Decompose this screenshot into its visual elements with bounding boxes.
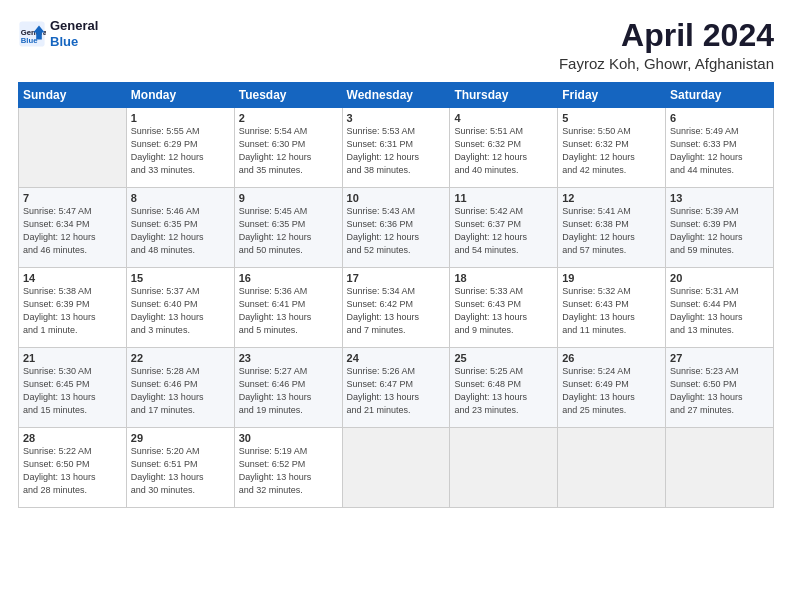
day-number: 29	[131, 432, 230, 444]
week-row-3: 14Sunrise: 5:38 AM Sunset: 6:39 PM Dayli…	[19, 268, 774, 348]
cell-4-6: 26Sunrise: 5:24 AM Sunset: 6:49 PM Dayli…	[558, 348, 666, 428]
cell-1-2: 1Sunrise: 5:55 AM Sunset: 6:29 PM Daylig…	[126, 108, 234, 188]
cell-info: Sunrise: 5:20 AM Sunset: 6:51 PM Dayligh…	[131, 445, 230, 497]
day-number: 13	[670, 192, 769, 204]
cell-1-4: 3Sunrise: 5:53 AM Sunset: 6:31 PM Daylig…	[342, 108, 450, 188]
cell-info: Sunrise: 5:22 AM Sunset: 6:50 PM Dayligh…	[23, 445, 122, 497]
cell-5-4	[342, 428, 450, 508]
day-number: 27	[670, 352, 769, 364]
cell-4-1: 21Sunrise: 5:30 AM Sunset: 6:45 PM Dayli…	[19, 348, 127, 428]
main-title: April 2024	[559, 18, 774, 53]
day-number: 2	[239, 112, 338, 124]
col-tuesday: Tuesday	[234, 83, 342, 108]
cell-4-2: 22Sunrise: 5:28 AM Sunset: 6:46 PM Dayli…	[126, 348, 234, 428]
day-number: 9	[239, 192, 338, 204]
cell-1-1	[19, 108, 127, 188]
svg-text:Blue: Blue	[21, 36, 38, 45]
cell-info: Sunrise: 5:51 AM Sunset: 6:32 PM Dayligh…	[454, 125, 553, 177]
cell-3-7: 20Sunrise: 5:31 AM Sunset: 6:44 PM Dayli…	[666, 268, 774, 348]
day-number: 25	[454, 352, 553, 364]
cell-info: Sunrise: 5:24 AM Sunset: 6:49 PM Dayligh…	[562, 365, 661, 417]
day-number: 26	[562, 352, 661, 364]
cell-3-4: 17Sunrise: 5:34 AM Sunset: 6:42 PM Dayli…	[342, 268, 450, 348]
header: General Blue General Blue April 2024 Fay…	[18, 18, 774, 72]
cell-info: Sunrise: 5:28 AM Sunset: 6:46 PM Dayligh…	[131, 365, 230, 417]
header-row: Sunday Monday Tuesday Wednesday Thursday…	[19, 83, 774, 108]
cell-info: Sunrise: 5:55 AM Sunset: 6:29 PM Dayligh…	[131, 125, 230, 177]
cell-4-4: 24Sunrise: 5:26 AM Sunset: 6:47 PM Dayli…	[342, 348, 450, 428]
cell-info: Sunrise: 5:33 AM Sunset: 6:43 PM Dayligh…	[454, 285, 553, 337]
cell-info: Sunrise: 5:31 AM Sunset: 6:44 PM Dayligh…	[670, 285, 769, 337]
cell-info: Sunrise: 5:38 AM Sunset: 6:39 PM Dayligh…	[23, 285, 122, 337]
cell-3-1: 14Sunrise: 5:38 AM Sunset: 6:39 PM Dayli…	[19, 268, 127, 348]
col-thursday: Thursday	[450, 83, 558, 108]
day-number: 10	[347, 192, 446, 204]
cell-1-7: 6Sunrise: 5:49 AM Sunset: 6:33 PM Daylig…	[666, 108, 774, 188]
cell-4-5: 25Sunrise: 5:25 AM Sunset: 6:48 PM Dayli…	[450, 348, 558, 428]
col-monday: Monday	[126, 83, 234, 108]
day-number: 16	[239, 272, 338, 284]
cell-5-2: 29Sunrise: 5:20 AM Sunset: 6:51 PM Dayli…	[126, 428, 234, 508]
cell-3-6: 19Sunrise: 5:32 AM Sunset: 6:43 PM Dayli…	[558, 268, 666, 348]
col-saturday: Saturday	[666, 83, 774, 108]
day-number: 1	[131, 112, 230, 124]
day-number: 28	[23, 432, 122, 444]
cell-2-2: 8Sunrise: 5:46 AM Sunset: 6:35 PM Daylig…	[126, 188, 234, 268]
day-number: 7	[23, 192, 122, 204]
cell-2-6: 12Sunrise: 5:41 AM Sunset: 6:38 PM Dayli…	[558, 188, 666, 268]
day-number: 23	[239, 352, 338, 364]
day-number: 15	[131, 272, 230, 284]
calendar-table: Sunday Monday Tuesday Wednesday Thursday…	[18, 82, 774, 508]
cell-5-3: 30Sunrise: 5:19 AM Sunset: 6:52 PM Dayli…	[234, 428, 342, 508]
cell-1-6: 5Sunrise: 5:50 AM Sunset: 6:32 PM Daylig…	[558, 108, 666, 188]
cell-info: Sunrise: 5:25 AM Sunset: 6:48 PM Dayligh…	[454, 365, 553, 417]
day-number: 20	[670, 272, 769, 284]
cell-info: Sunrise: 5:34 AM Sunset: 6:42 PM Dayligh…	[347, 285, 446, 337]
title-block: April 2024 Fayroz Koh, Ghowr, Afghanista…	[559, 18, 774, 72]
day-number: 22	[131, 352, 230, 364]
cell-info: Sunrise: 5:50 AM Sunset: 6:32 PM Dayligh…	[562, 125, 661, 177]
week-row-4: 21Sunrise: 5:30 AM Sunset: 6:45 PM Dayli…	[19, 348, 774, 428]
col-sunday: Sunday	[19, 83, 127, 108]
subtitle: Fayroz Koh, Ghowr, Afghanistan	[559, 55, 774, 72]
col-friday: Friday	[558, 83, 666, 108]
cell-info: Sunrise: 5:47 AM Sunset: 6:34 PM Dayligh…	[23, 205, 122, 257]
day-number: 12	[562, 192, 661, 204]
cell-2-7: 13Sunrise: 5:39 AM Sunset: 6:39 PM Dayli…	[666, 188, 774, 268]
cell-info: Sunrise: 5:41 AM Sunset: 6:38 PM Dayligh…	[562, 205, 661, 257]
day-number: 11	[454, 192, 553, 204]
day-number: 21	[23, 352, 122, 364]
cell-info: Sunrise: 5:23 AM Sunset: 6:50 PM Dayligh…	[670, 365, 769, 417]
cell-info: Sunrise: 5:54 AM Sunset: 6:30 PM Dayligh…	[239, 125, 338, 177]
day-number: 8	[131, 192, 230, 204]
week-row-2: 7Sunrise: 5:47 AM Sunset: 6:34 PM Daylig…	[19, 188, 774, 268]
cell-4-3: 23Sunrise: 5:27 AM Sunset: 6:46 PM Dayli…	[234, 348, 342, 428]
cell-info: Sunrise: 5:53 AM Sunset: 6:31 PM Dayligh…	[347, 125, 446, 177]
page: General Blue General Blue April 2024 Fay…	[0, 0, 792, 518]
day-number: 17	[347, 272, 446, 284]
cell-info: Sunrise: 5:32 AM Sunset: 6:43 PM Dayligh…	[562, 285, 661, 337]
day-number: 24	[347, 352, 446, 364]
logo-icon: General Blue	[18, 20, 46, 48]
cell-2-5: 11Sunrise: 5:42 AM Sunset: 6:37 PM Dayli…	[450, 188, 558, 268]
day-number: 4	[454, 112, 553, 124]
cell-5-7	[666, 428, 774, 508]
day-number: 3	[347, 112, 446, 124]
cell-5-1: 28Sunrise: 5:22 AM Sunset: 6:50 PM Dayli…	[19, 428, 127, 508]
week-row-5: 28Sunrise: 5:22 AM Sunset: 6:50 PM Dayli…	[19, 428, 774, 508]
cell-info: Sunrise: 5:19 AM Sunset: 6:52 PM Dayligh…	[239, 445, 338, 497]
cell-info: Sunrise: 5:45 AM Sunset: 6:35 PM Dayligh…	[239, 205, 338, 257]
day-number: 5	[562, 112, 661, 124]
day-number: 6	[670, 112, 769, 124]
logo: General Blue General Blue	[18, 18, 98, 49]
cell-info: Sunrise: 5:36 AM Sunset: 6:41 PM Dayligh…	[239, 285, 338, 337]
cell-2-4: 10Sunrise: 5:43 AM Sunset: 6:36 PM Dayli…	[342, 188, 450, 268]
cell-3-2: 15Sunrise: 5:37 AM Sunset: 6:40 PM Dayli…	[126, 268, 234, 348]
cell-2-1: 7Sunrise: 5:47 AM Sunset: 6:34 PM Daylig…	[19, 188, 127, 268]
cell-3-3: 16Sunrise: 5:36 AM Sunset: 6:41 PM Dayli…	[234, 268, 342, 348]
week-row-1: 1Sunrise: 5:55 AM Sunset: 6:29 PM Daylig…	[19, 108, 774, 188]
cell-4-7: 27Sunrise: 5:23 AM Sunset: 6:50 PM Dayli…	[666, 348, 774, 428]
day-number: 30	[239, 432, 338, 444]
day-number: 18	[454, 272, 553, 284]
day-number: 14	[23, 272, 122, 284]
